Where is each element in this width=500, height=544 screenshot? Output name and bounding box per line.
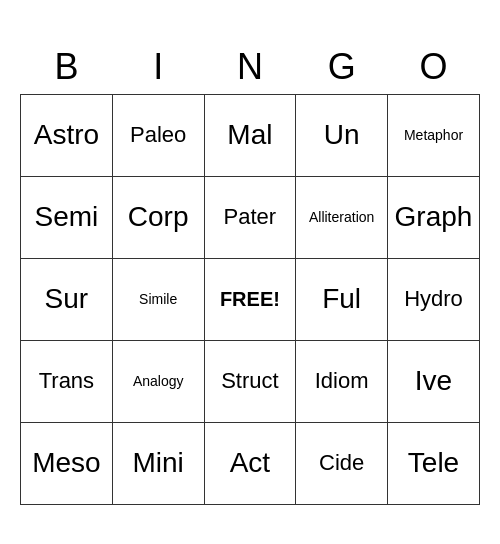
bingo-row: TransAnalogyStructIdiomIve [21,340,480,422]
header-letter: O [388,40,480,95]
bingo-cell: Meso [21,422,113,504]
bingo-cell: Metaphor [388,94,480,176]
bingo-cell: FREE! [204,258,296,340]
bingo-cell: Corp [112,176,204,258]
bingo-cell: Idiom [296,340,388,422]
bingo-card: BINGO AstroPaleoMalUnMetaphorSemiCorpPat… [20,40,480,505]
header-letter: N [204,40,296,95]
bingo-cell: Semi [21,176,113,258]
bingo-cell: Tele [388,422,480,504]
bingo-cell: Trans [21,340,113,422]
bingo-cell: Ful [296,258,388,340]
bingo-row: AstroPaleoMalUnMetaphor [21,94,480,176]
header-letter: B [21,40,113,95]
bingo-row: SurSimileFREE!FulHydro [21,258,480,340]
bingo-body: AstroPaleoMalUnMetaphorSemiCorpPaterAlli… [21,94,480,504]
header-letter: G [296,40,388,95]
bingo-cell: Struct [204,340,296,422]
bingo-cell: Mini [112,422,204,504]
bingo-cell: Analogy [112,340,204,422]
bingo-header: BINGO [21,40,480,95]
header-letter: I [112,40,204,95]
bingo-cell: Hydro [388,258,480,340]
bingo-cell: Pater [204,176,296,258]
bingo-cell: Graph [388,176,480,258]
bingo-cell: Astro [21,94,113,176]
bingo-cell: Cide [296,422,388,504]
bingo-cell: Ive [388,340,480,422]
bingo-cell: Paleo [112,94,204,176]
bingo-row: SemiCorpPaterAlliterationGraph [21,176,480,258]
bingo-cell: Act [204,422,296,504]
bingo-cell: Sur [21,258,113,340]
bingo-cell: Mal [204,94,296,176]
bingo-cell: Alliteration [296,176,388,258]
bingo-cell: Simile [112,258,204,340]
bingo-cell: Un [296,94,388,176]
bingo-row: MesoMiniActCideTele [21,422,480,504]
